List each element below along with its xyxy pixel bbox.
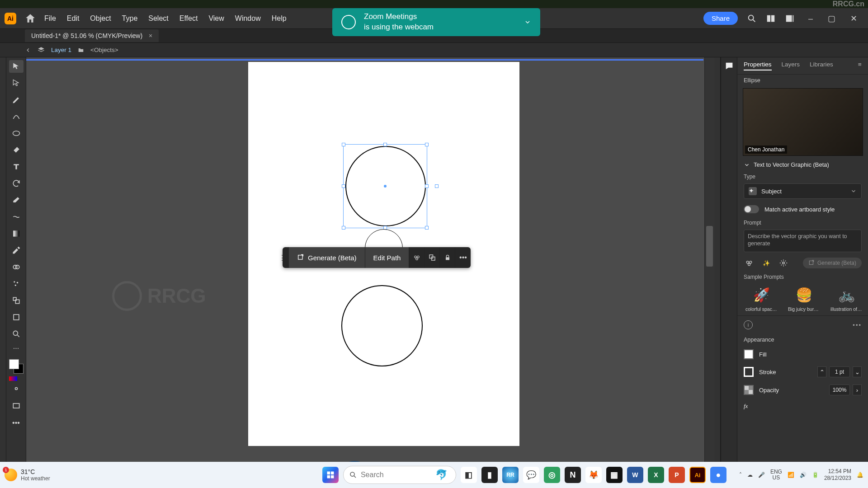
tab-layers[interactable]: Layers	[782, 61, 800, 70]
tab-close-icon[interactable]: ×	[149, 32, 152, 39]
draw-mode[interactable]	[9, 382, 24, 395]
eraser-tool[interactable]	[9, 194, 24, 206]
opacity-more[interactable]: ›	[853, 385, 862, 395]
taskbar-search[interactable]: Search 🐬	[343, 466, 456, 484]
tray-volume-icon[interactable]: 🔊	[800, 472, 807, 478]
artboard[interactable]: ⋮⋮ Generate (Beta) Edit Path •••	[248, 62, 519, 446]
tray-chevron-icon[interactable]: ˄	[739, 472, 742, 478]
menu-object[interactable]: Object	[90, 14, 111, 23]
shape-builder-tool[interactable]	[9, 261, 24, 273]
width-tool[interactable]	[9, 211, 24, 223]
document-tab[interactable]: Untitled-1* @ 51.06 % (CMYK/Preview)×	[25, 29, 159, 42]
sample-prompt-3[interactable]: 🚲illustration of a...	[830, 286, 862, 312]
tab-libraries[interactable]: Libraries	[810, 61, 833, 70]
stroke-dropdown[interactable]: ⌄	[853, 366, 862, 377]
sample-prompt-2[interactable]: 🍔Big juicy burger...	[788, 286, 820, 312]
menu-effect[interactable]: Effect	[179, 14, 198, 23]
system-tray[interactable]: ˄ ☁ 🎤 ENGUS 📶 🔊 🔋 12:54 PM28/12/2023 🔔	[739, 468, 863, 482]
edit-path-button[interactable]: Edit Path	[365, 247, 410, 268]
fx-label[interactable]: fx	[744, 403, 748, 410]
taskbar-excel[interactable]: X	[648, 467, 664, 483]
sample-prompt-1[interactable]: 🚀colorful space s...	[745, 286, 777, 312]
prompt-input[interactable]: Describe the vector graphic you want to …	[744, 230, 862, 252]
tray-battery-icon[interactable]: 🔋	[812, 472, 819, 478]
panel-menu-icon[interactable]: ≡	[858, 61, 862, 70]
taskbar-clock[interactable]: 12:54 PM28/12/2023	[824, 468, 851, 482]
stroke-swatch[interactable]	[744, 367, 754, 377]
app-icon[interactable]: Ai	[5, 13, 16, 24]
menu-edit[interactable]: Edit	[67, 14, 80, 23]
ellipse-tool[interactable]	[9, 127, 24, 140]
webcam-notification[interactable]: Zoom Meetings is using the webcam	[332, 8, 540, 36]
match-artboard-toggle[interactable]	[744, 205, 759, 213]
arrange-docs-icon[interactable]	[766, 14, 776, 23]
workspace-icon[interactable]	[785, 14, 795, 23]
toolbar-gripper[interactable]: ⋮⋮	[283, 253, 289, 262]
curvature-tool[interactable]	[9, 110, 24, 123]
group-icon[interactable]	[425, 247, 440, 268]
menu-window[interactable]: Window	[235, 14, 261, 23]
info-icon[interactable]: i	[744, 320, 753, 329]
taskbar-word[interactable]: W	[627, 467, 643, 483]
menu-view[interactable]: View	[208, 14, 224, 23]
scale-tool[interactable]	[9, 294, 24, 307]
taskbar-whatsapp[interactable]: 💬	[523, 467, 539, 483]
home-icon[interactable]	[24, 13, 36, 24]
taskbar-taskview[interactable]: ◧	[461, 467, 477, 483]
style-icon[interactable]: ✨	[761, 258, 772, 268]
menu-type[interactable]: Type	[122, 14, 138, 23]
taskbar-notion[interactable]: N	[565, 467, 581, 483]
zoom-tool[interactable]	[9, 328, 24, 340]
tray-notifications-icon[interactable]: 🔔	[857, 472, 863, 478]
opacity-value[interactable]: 100%	[829, 385, 850, 395]
stroke-stepper[interactable]: ⌃	[817, 366, 826, 377]
symbol-sprayer-tool[interactable]	[9, 277, 24, 290]
breadcrumb-objects[interactable]: <Objects>	[90, 47, 118, 53]
rotate-tool[interactable]	[9, 177, 24, 190]
generate-button[interactable]: Generate (Beta)	[289, 247, 365, 268]
ellipse-3[interactable]	[341, 285, 423, 366]
vertical-scrollbar[interactable]	[704, 57, 714, 479]
canvas[interactable]: ⋮⋮ Generate (Beta) Edit Path ••• RRCG RR…	[26, 57, 714, 479]
variation-icon[interactable]	[744, 258, 755, 268]
share-button[interactable]: Share	[703, 12, 738, 25]
taskbar-rrcg[interactable]: RR	[502, 467, 519, 483]
pen-tool[interactable]	[9, 94, 24, 106]
direct-selection-tool[interactable]	[9, 77, 24, 89]
selection-bounding-box[interactable]	[343, 144, 427, 228]
comment-icon[interactable]	[724, 61, 735, 71]
taskbar-zoom[interactable]: ●	[710, 467, 726, 483]
screen-mode[interactable]	[9, 399, 24, 412]
recolor-icon[interactable]	[409, 247, 425, 268]
weather-widget[interactable]: 31°C Hot weather	[5, 468, 50, 482]
taskbar-davinci[interactable]: ▦	[606, 467, 623, 483]
edit-toolbar[interactable]: ···	[9, 344, 24, 352]
window-controls[interactable]: – ▢ ✕	[808, 14, 863, 23]
generate-pill[interactable]: Generate (Beta)	[803, 258, 862, 268]
taskbar-powerpoint[interactable]: P	[669, 467, 685, 483]
menu-select[interactable]: Select	[148, 14, 168, 23]
layer-breadcrumb[interactable]: Layer 1 <Objects>	[0, 43, 868, 57]
selection-tool[interactable]	[9, 60, 24, 73]
lock-icon[interactable]	[440, 247, 455, 268]
taskbar-illustrator[interactable]: Ai	[689, 467, 706, 483]
tab-properties[interactable]: Properties	[744, 61, 772, 70]
more-tools[interactable]: •••	[9, 417, 24, 429]
type-tool[interactable]	[9, 160, 24, 173]
menu-help[interactable]: Help	[272, 14, 287, 23]
settings-icon[interactable]	[778, 258, 789, 268]
artboard-tool[interactable]	[9, 311, 24, 324]
back-icon[interactable]	[25, 47, 31, 53]
taskbar-app-green[interactable]: ◎	[544, 467, 560, 483]
paintbrush-tool[interactable]	[9, 144, 24, 156]
search-icon[interactable]	[747, 14, 757, 23]
type-dropdown[interactable]: ✦ Subject	[744, 183, 862, 199]
stroke-value[interactable]: 1 pt	[829, 366, 850, 377]
t2v-header[interactable]: Text to Vector Graphic (Beta)	[737, 158, 868, 172]
start-button[interactable]	[322, 467, 339, 483]
eyedropper-tool[interactable]	[9, 244, 24, 257]
tray-mic-icon[interactable]: 🎤	[758, 472, 765, 478]
tray-wifi-icon[interactable]: 📶	[788, 472, 794, 478]
breadcrumb-layer[interactable]: Layer 1	[51, 47, 71, 53]
opacity-swatch[interactable]	[744, 385, 754, 395]
